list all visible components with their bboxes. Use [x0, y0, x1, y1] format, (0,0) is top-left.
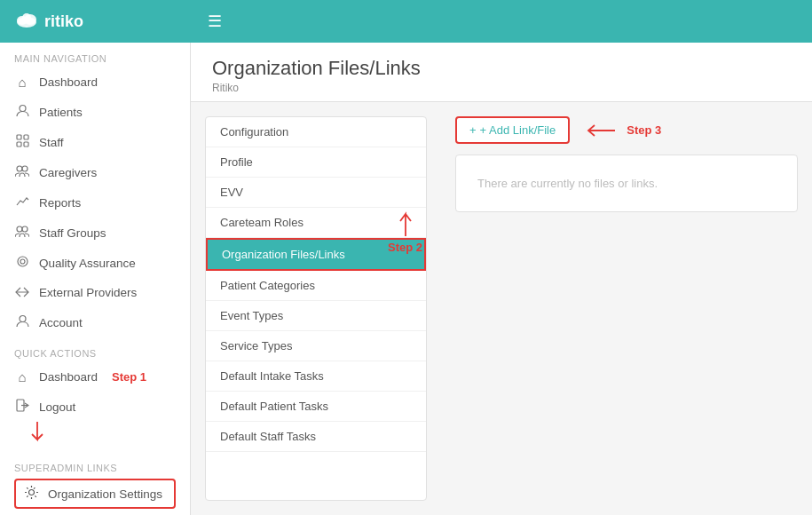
- page-header: Organization Files/Links Ritiko: [191, 43, 812, 102]
- sidebar-item-logout[interactable]: Logout: [0, 392, 190, 422]
- sidebar-item-label: Quality Assurance: [39, 257, 136, 270]
- sidebar-item-label: Caregivers: [39, 166, 97, 179]
- step3-text: Step 3: [627, 123, 661, 137]
- sidebar-item-quality-assurance[interactable]: Quality Assurance: [0, 248, 190, 278]
- sidebar-item-label: Account: [39, 316, 83, 329]
- config-menu: Configuration Profile EVV Careteam Roles…: [205, 116, 427, 501]
- logout-icon: [14, 399, 30, 415]
- config-menu-service-types[interactable]: Service Types: [206, 331, 426, 361]
- step1-arrow-area: [0, 422, 190, 452]
- svg-point-4: [20, 106, 26, 112]
- empty-message: There are currently no files or links.: [477, 177, 658, 190]
- hamburger-menu[interactable]: ☰: [208, 12, 222, 31]
- svg-rect-6: [24, 135, 28, 139]
- sidebar-item-label: Staff: [39, 136, 64, 149]
- svg-point-12: [22, 226, 28, 232]
- svg-point-13: [18, 257, 28, 266]
- add-btn-row: + + Add Link/File Step 3: [455, 116, 798, 144]
- content-body: Configuration Profile EVV Careteam Roles…: [191, 102, 812, 515]
- app-name: ritiko: [44, 12, 83, 31]
- sidebar: Main Navigation ⌂ Dashboard Patients Sta…: [0, 43, 191, 515]
- sidebar-item-label: Dashboard: [39, 370, 98, 384]
- sidebar-item-qa-dashboard[interactable]: ⌂ Dashboard Step 1: [0, 362, 190, 392]
- main-nav-label: Main Navigation: [0, 43, 190, 67]
- org-settings-wrapper: Organization Settings: [7, 479, 183, 509]
- external-providers-icon: [14, 285, 30, 300]
- sidebar-item-label: External Providers: [39, 286, 137, 299]
- logo-icon: [14, 11, 39, 33]
- svg-point-10: [22, 166, 28, 171]
- step1-label: Step 1: [112, 370, 146, 384]
- sidebar-item-org-settings[interactable]: Organization Settings: [14, 479, 176, 509]
- org-settings-icon: [23, 486, 39, 502]
- svg-point-17: [28, 490, 34, 495]
- caregivers-icon: [14, 164, 30, 180]
- add-link-file-label: + Add Link/File: [480, 123, 556, 137]
- right-panel: + + Add Link/File Step 3 There are curre…: [455, 116, 798, 501]
- sidebar-item-label: Patients: [39, 106, 83, 119]
- plus-icon: +: [469, 123, 477, 137]
- empty-state: There are currently no files or links.: [455, 154, 798, 212]
- sidebar-item-label: Organization Settings: [48, 487, 162, 501]
- main-layout: Main Navigation ⌂ Dashboard Patients Sta…: [0, 43, 812, 515]
- staff-groups-icon: [14, 225, 30, 241]
- sidebar-item-label: Reports: [39, 196, 81, 210]
- sidebar-item-staff-groups[interactable]: Staff Groups: [0, 218, 190, 248]
- svg-point-3: [22, 13, 31, 22]
- patients-icon: [14, 104, 30, 120]
- config-menu-careteam-roles[interactable]: Careteam Roles: [206, 208, 426, 238]
- top-header: ritiko ☰: [0, 0, 812, 43]
- home-icon: ⌂: [14, 75, 30, 90]
- step3-annotation: Step 3: [584, 123, 661, 139]
- config-menu-configuration[interactable]: Configuration: [206, 117, 426, 147]
- sidebar-item-label: Dashboard: [39, 75, 98, 89]
- content-area: Organization Files/Links Ritiko Configur…: [191, 43, 812, 515]
- config-menu-patient-categories[interactable]: Patient Categories: [206, 271, 426, 301]
- quick-actions-label: Quick Actions: [0, 337, 190, 362]
- superadmin-label: Superadmin Links: [0, 452, 190, 477]
- config-menu-default-patient-tasks[interactable]: Default Patient Tasks: [206, 392, 426, 422]
- sidebar-item-label: Logout: [39, 400, 75, 414]
- qa-dashboard-icon: ⌂: [14, 369, 30, 384]
- svg-point-14: [20, 259, 25, 264]
- sidebar-item-account[interactable]: Account: [0, 307, 190, 337]
- svg-rect-7: [17, 142, 21, 147]
- config-menu-profile[interactable]: Profile: [206, 147, 426, 178]
- config-menu-evv[interactable]: EVV: [206, 178, 426, 208]
- reports-icon: [14, 194, 30, 210]
- step3-arrow-icon: [584, 123, 619, 139]
- staff-icon: [14, 134, 30, 150]
- svg-rect-8: [24, 142, 28, 147]
- sidebar-item-external-providers[interactable]: External Providers: [0, 278, 190, 307]
- config-menu-default-intake-tasks[interactable]: Default Intake Tasks: [206, 361, 426, 392]
- svg-rect-5: [17, 135, 21, 139]
- sidebar-item-label: Staff Groups: [39, 226, 106, 240]
- quality-assurance-icon: [14, 255, 30, 271]
- breadcrumb: Ritiko: [212, 82, 791, 94]
- config-menu-default-staff-tasks[interactable]: Default Staff Tasks: [206, 422, 426, 452]
- config-menu-org-files-links[interactable]: Organization Files/Links: [206, 238, 426, 271]
- sidebar-item-staff[interactable]: Staff: [0, 127, 190, 157]
- sidebar-item-caregivers[interactable]: Caregivers: [0, 157, 190, 187]
- logo-area: ritiko: [14, 11, 201, 33]
- add-link-file-button[interactable]: + + Add Link/File: [455, 116, 570, 144]
- svg-point-11: [17, 226, 22, 232]
- sidebar-item-reports[interactable]: Reports: [0, 187, 190, 218]
- svg-point-15: [20, 316, 26, 322]
- account-icon: [14, 314, 30, 330]
- sidebar-item-dashboard[interactable]: ⌂ Dashboard: [0, 67, 190, 97]
- page-title: Organization Files/Links: [212, 57, 791, 80]
- sidebar-item-patients[interactable]: Patients: [0, 97, 190, 127]
- svg-point-9: [17, 166, 22, 171]
- config-menu-event-types[interactable]: Event Types: [206, 301, 426, 331]
